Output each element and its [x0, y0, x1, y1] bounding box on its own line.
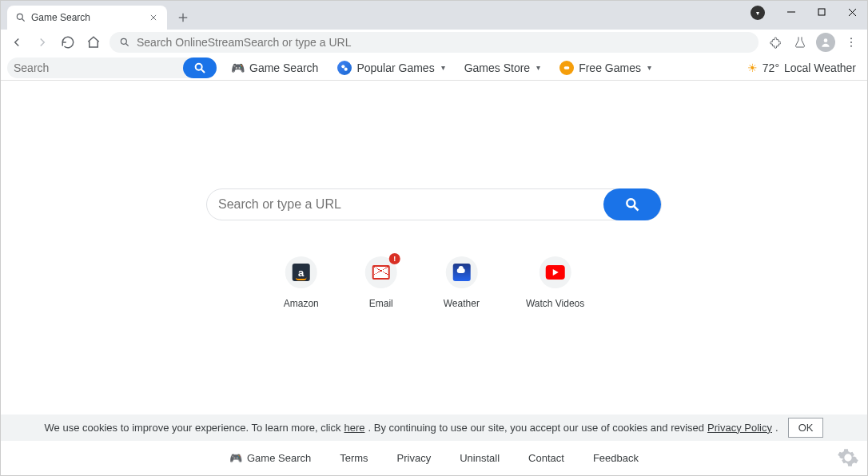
games-store-dropdown[interactable]: Games Store ▾ [460, 61, 545, 74]
amazon-icon: a [285, 256, 317, 288]
shortcut-amazon[interactable]: a Amazon [284, 256, 319, 309]
settings-gear-icon[interactable] [837, 446, 859, 469]
svg-rect-7 [818, 9, 825, 15]
menu-button[interactable] [842, 33, 861, 52]
browser-tab[interactable]: Game Search [7, 6, 167, 30]
main-content: a Amazon ! Email Weather Watch Videos We… [1, 81, 867, 475]
game-search-label: Game Search [249, 61, 318, 74]
forward-button[interactable] [33, 33, 52, 52]
chevron-down-icon: ▾ [536, 63, 540, 72]
close-window-button[interactable] [837, 1, 867, 23]
shortcuts-row: a Amazon ! Email Weather Watch Videos [284, 256, 585, 309]
svg-line-22 [635, 207, 639, 211]
popular-games-label: Popular Games [356, 61, 434, 74]
shortcut-label: Watch Videos [526, 298, 584, 309]
privacy-policy-link[interactable]: Privacy Policy [707, 422, 772, 434]
center-search-box[interactable] [206, 188, 662, 220]
chevron-down-icon: ▾ [647, 63, 651, 72]
svg-point-14 [850, 42, 852, 43]
svg-line-17 [201, 69, 205, 73]
popular-games-icon [337, 61, 352, 75]
notification-badge: ! [389, 253, 400, 264]
shortcut-label: Amazon [284, 298, 319, 309]
profile-dropdown-icon[interactable]: ▾ [751, 6, 765, 20]
shortcut-weather[interactable]: Weather [444, 256, 480, 309]
extensions-button[interactable] [765, 33, 784, 52]
weather-widget[interactable]: ☀ 72° Local Weather [743, 61, 861, 74]
svg-rect-20 [564, 66, 570, 69]
labs-button[interactable] [790, 33, 810, 52]
svg-point-18 [342, 65, 345, 68]
search-icon [119, 37, 130, 48]
free-games-label: Free Games [579, 61, 641, 74]
shortcut-label: Email [369, 298, 393, 309]
center-search-input[interactable] [218, 197, 603, 212]
popular-games-dropdown[interactable]: Popular Games ▾ [332, 61, 449, 75]
game-search-link[interactable]: 🎮 Game Search [226, 61, 323, 74]
shortcut-label: Weather [444, 298, 480, 309]
footer-terms[interactable]: Terms [340, 452, 368, 464]
window-controls [776, 1, 867, 23]
bookmarks-bar: 🎮 Game Search Popular Games ▾ Games Stor… [1, 55, 867, 81]
footer-uninstall[interactable]: Uninstall [460, 452, 500, 464]
free-games-dropdown[interactable]: Free Games ▾ [555, 61, 656, 75]
new-tab-button[interactable] [172, 6, 194, 29]
profile-button[interactable] [816, 33, 835, 52]
omnibox[interactable] [109, 32, 759, 53]
cookie-here-link[interactable]: here [344, 422, 364, 434]
titlebar: Game Search ▾ [1, 1, 867, 30]
free-games-icon [559, 61, 574, 75]
toolbar-search-pill[interactable] [7, 58, 217, 78]
svg-point-10 [121, 38, 126, 44]
gamepad-icon: 🎮 [229, 452, 242, 464]
svg-point-16 [196, 63, 202, 69]
back-button[interactable] [7, 33, 26, 52]
gamepad-icon: 🎮 [231, 61, 245, 74]
footer-privacy[interactable]: Privacy [397, 452, 432, 464]
svg-point-21 [627, 199, 635, 207]
footer-game-search[interactable]: 🎮 Game Search [229, 452, 311, 464]
close-tab-icon[interactable] [148, 12, 159, 23]
home-button[interactable] [84, 33, 103, 52]
cookie-text: We use cookies to improve your experienc… [45, 422, 341, 434]
svg-point-13 [850, 38, 852, 39]
center-search-button[interactable] [603, 188, 661, 220]
svg-point-15 [850, 46, 852, 47]
games-store-label: Games Store [464, 61, 530, 74]
footer-game-label: Game Search [247, 452, 311, 464]
svg-line-11 [126, 44, 129, 46]
cookie-text-mid: . By continuing to use our site, you acc… [368, 422, 705, 434]
shortcut-watch-videos[interactable]: Watch Videos [526, 256, 584, 309]
browser-toolbar [1, 30, 867, 55]
cookie-ok-button[interactable]: OK [788, 418, 824, 438]
email-icon: ! [365, 256, 397, 288]
footer-contact[interactable]: Contact [528, 452, 564, 464]
maximize-button[interactable] [806, 1, 837, 23]
cookie-text-end: . [775, 422, 778, 434]
minimize-button[interactable] [776, 1, 806, 23]
search-icon [15, 12, 26, 23]
cookie-notice: We use cookies to improve your experienc… [1, 415, 867, 440]
footer: 🎮 Game Search Terms Privacy Uninstall Co… [1, 440, 867, 475]
svg-point-12 [824, 38, 828, 42]
reload-button[interactable] [58, 33, 78, 52]
svg-point-0 [17, 14, 22, 19]
shortcut-email[interactable]: ! Email [365, 256, 397, 309]
weather-label: Local Weather [784, 61, 856, 74]
toolbar-search-button[interactable] [183, 58, 217, 78]
weather-temp: 72° [762, 61, 779, 74]
youtube-icon [540, 256, 571, 288]
svg-line-1 [22, 19, 25, 22]
tab-title: Game Search [31, 12, 143, 23]
footer-feedback[interactable]: Feedback [593, 452, 639, 464]
address-input[interactable] [137, 36, 749, 49]
svg-point-19 [344, 67, 348, 70]
sun-icon: ☀ [747, 61, 758, 74]
weather-icon [445, 256, 477, 288]
chevron-down-icon: ▾ [441, 63, 445, 72]
